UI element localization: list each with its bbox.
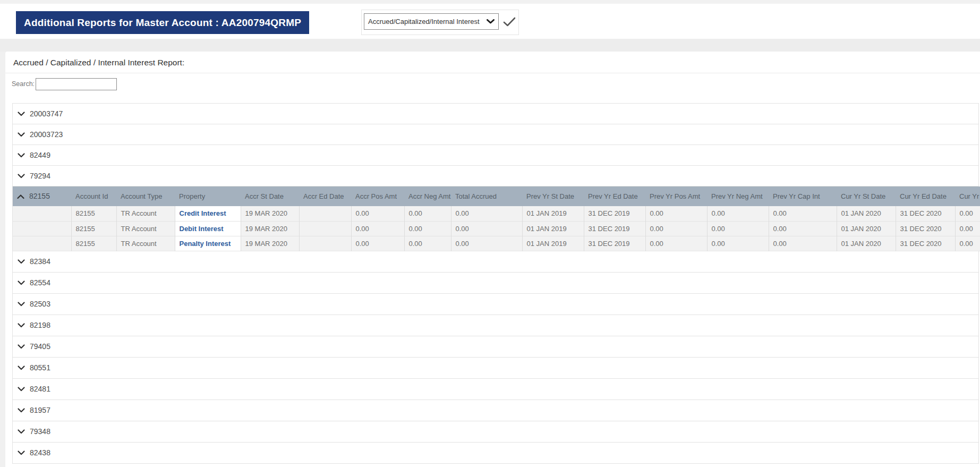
table-cell: 0.00 [451,221,522,236]
chevron-down-icon [18,174,25,179]
account-group-row[interactable]: 82554 [13,273,979,294]
accordion-groups-after: 82384 82554 82503 82198 [13,251,979,464]
table-cell [299,206,351,221]
table-cell: 0.00 [955,206,980,221]
page-header: Additional Reports for Master Account : … [0,4,980,39]
accordion-groups-before: 20003747 20003723 82449 79294 [13,104,979,186]
table-cell: 0.00 [451,236,522,251]
table-cell: 31 DEC 2019 [584,236,645,251]
table-cell: 0.00 [645,236,707,251]
table-cell: 19 MAR 2020 [241,206,299,221]
account-group-id: 82449 [30,151,50,159]
account-group-row[interactable]: 82449 [13,145,979,166]
column-header: Prev Yr Ed Date [584,186,645,206]
table-cell: 0.00 [769,236,837,251]
column-header: Prev Yr St Date [522,186,584,206]
expanded-group-toggle[interactable]: 82155 [13,186,71,206]
account-group-row[interactable]: 79294 [13,166,979,186]
column-header: Prev Yr Neg Amt [707,186,769,206]
table-cell: 0.00 [769,221,837,236]
search-input[interactable] [36,78,117,90]
column-header: Account Id [71,186,116,206]
table-cell: 0.00 [707,236,769,251]
table-cell: 0.00 [707,206,769,221]
account-group-id: 81957 [30,406,50,414]
chevron-down-icon [18,302,25,307]
chevron-down-icon [18,259,25,264]
table-cell: 0.00 [404,221,451,236]
chevron-down-icon [18,429,25,434]
property-link[interactable]: Debit Interest [175,221,241,236]
table-cell: 01 JAN 2020 [837,221,896,236]
table-cell: 31 DEC 2019 [584,206,645,221]
report-panel: Accrued / Capitalized / Internal Interes… [5,52,980,467]
chevron-down-icon [18,323,25,328]
account-group-row[interactable]: 82503 [13,294,979,315]
property-link[interactable]: Penalty Interest [175,236,241,251]
property-link[interactable]: Credit Interest [175,206,241,221]
account-group-row[interactable]: 79405 [13,336,979,358]
table-row: 82155TR AccountPenalty Interest19 MAR 20… [13,236,980,251]
column-header: Cur Yr Pos Amt [955,186,980,206]
column-header: Prev Yr Pos Amt [645,186,707,206]
page-title: Additional Reports for Master Account : … [16,11,309,34]
chevron-down-icon [18,112,25,116]
table-cell: 0.00 [351,236,404,251]
account-group-row[interactable]: 81957 [13,400,979,421]
account-group-row[interactable]: 79348 [13,421,979,443]
report-type-select[interactable]: Accrued/Capitalized/Internal Interest [364,13,499,30]
table-cell: 82155 [71,236,116,251]
table-cell [299,221,351,236]
table-cell: 01 JAN 2019 [522,221,584,236]
expander-spacer-cell [13,206,71,221]
chevron-down-icon [487,19,495,24]
account-group-row[interactable]: 20003747 [13,104,979,124]
account-group-row[interactable]: 82438 [13,443,979,464]
table-cell: 01 JAN 2020 [837,236,896,251]
column-header: Cur Yr Ed Date [896,186,955,206]
account-group-id: 20003723 [30,130,63,139]
account-group-id: 79294 [30,172,50,180]
account-group-row[interactable]: 82481 [13,379,979,400]
account-group-row[interactable]: 82384 [13,251,979,273]
table-cell: 0.00 [645,206,707,221]
table-cell: 0.00 [769,206,837,221]
chevron-up-icon [17,194,24,199]
chevron-down-icon [18,366,25,370]
column-header: Accr St Date [241,186,299,206]
apply-report-button[interactable] [501,13,518,30]
table-cell: 0.00 [645,221,707,236]
interest-report-table: 82155 Account IdAccount TypePropertyAccr… [13,186,980,251]
report-type-select-value: Accrued/Capitalized/Internal Interest [368,18,480,26]
table-cell: TR Account [116,236,175,251]
table-cell: 31 DEC 2020 [896,206,955,221]
account-group-id: 82384 [30,257,50,266]
table-row: 82155TR AccountCredit Interest19 MAR 202… [13,206,980,221]
account-group-id: 79348 [30,427,50,436]
table-cell: 31 DEC 2019 [584,221,645,236]
table-row: 82155TR AccountDebit Interest19 MAR 2020… [13,221,980,236]
column-header: Prev Yr Cap Int [769,186,837,206]
account-group-id: 82481 [30,385,50,393]
report-title: Accrued / Capitalized / Internal Interes… [13,58,184,67]
table-cell: 19 MAR 2020 [241,221,299,236]
account-group-row[interactable]: 80551 [13,358,979,379]
column-header: Property [175,186,241,206]
account-group-id: 79405 [30,342,50,351]
account-group-row[interactable]: 82198 [13,315,979,336]
table-cell: 31 DEC 2020 [896,236,955,251]
table-cell: 82155 [71,221,116,236]
table-cell: 0.00 [351,206,404,221]
chevron-down-icon [18,451,25,455]
account-group-row[interactable]: 20003723 [13,124,979,145]
column-header: Account Type [116,186,175,206]
expanded-group-id: 82155 [29,192,50,200]
table-cell: 0.00 [707,221,769,236]
check-icon [503,17,516,27]
chevron-down-icon [18,153,25,158]
table-cell: 01 JAN 2019 [522,236,584,251]
account-group-id: 82554 [30,278,50,287]
chevron-down-icon [18,408,25,413]
band-divider [0,39,980,52]
search-row: Search: [12,77,117,91]
